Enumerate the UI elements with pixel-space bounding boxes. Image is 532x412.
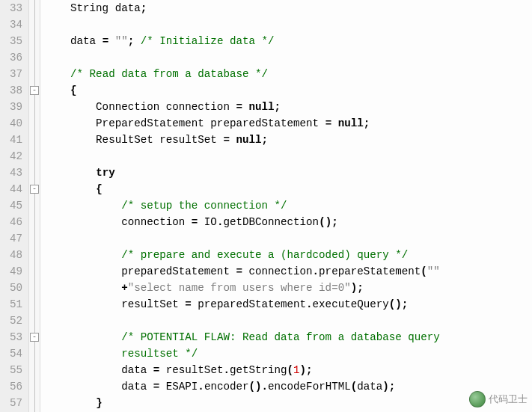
line-number: 33 [3,0,22,16]
code-area[interactable]: String data; data = ""; /* Initialize da… [40,0,532,412]
code-line[interactable]: try [45,165,532,181]
code-line[interactable]: /* prepare and execute a (hardcoded) que… [45,247,532,263]
code-line[interactable] [45,313,532,329]
line-number: 52 [3,313,22,329]
line-number: 39 [3,99,22,115]
line-number: 55 [3,362,22,378]
code-line[interactable] [45,148,532,165]
code-line[interactable]: /* POTENTIAL FLAW: Read data from a data… [45,329,532,345]
code-line[interactable]: +"select name from users where id=0"); [45,280,532,296]
code-line[interactable]: connection = IO.getDBConnection(); [45,214,532,230]
code-line[interactable]: } [45,395,532,411]
code-line[interactable]: /* Read data from a database */ [45,66,532,82]
line-number: 49 [3,263,22,280]
fold-toggle-icon[interactable]: - [30,86,39,95]
code-line[interactable]: { [45,82,532,99]
line-number: 42 [3,148,22,165]
code-line[interactable]: Connection connection = null; [45,99,532,115]
line-number: 50 [3,280,22,296]
line-number: 45 [3,197,22,214]
code-line[interactable]: resultset */ [45,345,532,362]
code-line[interactable] [45,230,532,247]
line-number: 35 [3,33,22,49]
line-number: 40 [3,115,22,132]
fold-column: --- [28,0,40,412]
line-number: 47 [3,230,22,247]
line-number: 38 [3,82,22,99]
line-number: 56 [3,378,22,395]
code-line[interactable]: data = ""; /* Initialize data */ [45,33,532,49]
code-line[interactable]: PreparedStatement preparedStatement = nu… [45,115,532,132]
line-number: 37 [3,66,22,82]
line-number: 41 [3,132,22,148]
code-editor: 3334353637383940414243444546474849505152… [0,0,532,412]
code-line[interactable]: ResultSet resultSet = null; [45,132,532,148]
line-number: 51 [3,296,22,313]
line-number: 48 [3,247,22,263]
line-number-gutter: 3334353637383940414243444546474849505152… [0,0,28,412]
code-line[interactable]: data = ESAPI.encoder().encodeForHTML(dat… [45,378,532,395]
line-number: 34 [3,16,22,33]
fold-toggle-icon[interactable]: - [30,185,39,194]
code-line[interactable] [45,49,532,66]
code-line[interactable]: data = resultSet.getString(1); [45,362,532,378]
line-number: 53 [3,329,22,345]
code-line[interactable] [45,16,532,33]
line-number: 54 [3,345,22,362]
code-line[interactable]: /* setup the connection */ [45,197,532,214]
line-number: 57 [3,395,22,411]
code-line[interactable]: preparedStatement = connection.prepareSt… [45,263,532,280]
line-number: 44 [3,181,22,197]
line-number: 46 [3,214,22,230]
line-number: 36 [3,49,22,66]
code-line[interactable]: String data; [45,0,532,16]
line-number: 43 [3,165,22,181]
code-line[interactable]: resultSet = preparedStatement.executeQue… [45,296,532,313]
code-line[interactable]: { [45,181,532,197]
fold-toggle-icon[interactable]: - [30,333,39,342]
